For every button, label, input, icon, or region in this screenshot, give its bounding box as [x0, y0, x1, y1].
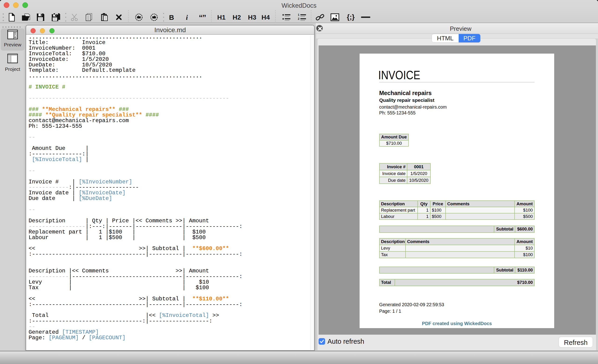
svg-text:{;}: {;}	[347, 13, 355, 21]
svg-text:2: 2	[298, 17, 299, 21]
svg-text:1: 1	[298, 14, 299, 17]
